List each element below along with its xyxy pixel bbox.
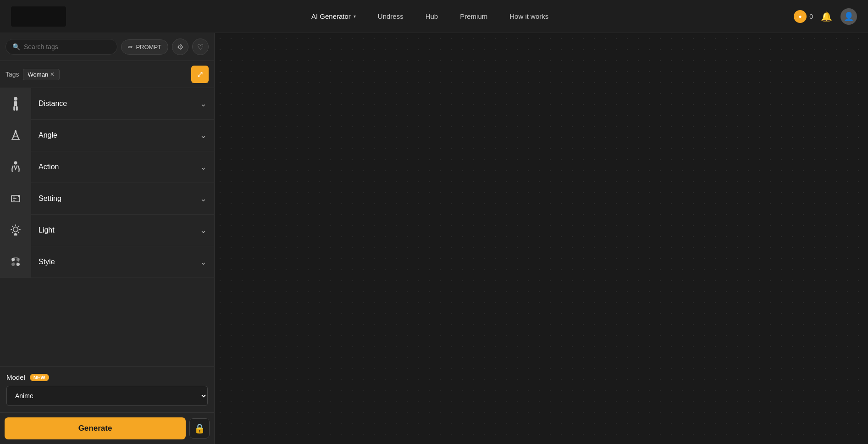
svg-point-9 — [13, 227, 18, 232]
tag-chip-woman: Woman ✕ — [23, 69, 60, 80]
nav-undress[interactable]: Undress — [369, 9, 413, 24]
model-section: Model NEW Anime — [0, 366, 214, 412]
svg-rect-18 — [14, 233, 17, 235]
settings-button[interactable]: ⚙ — [172, 39, 188, 55]
category-style-label: Style — [31, 258, 200, 266]
notification-bell-icon[interactable]: 🔔 — [820, 10, 833, 23]
svg-point-19 — [11, 258, 15, 261]
coin-balance[interactable]: ● 0 — [794, 10, 813, 23]
category-light-label: Light — [31, 226, 200, 234]
nav-ai-generator-label: AI Generator — [311, 12, 351, 20]
header: AI Generator ▾ Undress Hub Premium How i… — [0, 0, 868, 33]
nav-hub-label: Hub — [426, 12, 438, 20]
tags-row: Tags Woman ✕ ⤢ — [0, 61, 214, 88]
heart-icon: ♡ — [197, 43, 204, 51]
chevron-down-icon: ⌄ — [200, 162, 214, 172]
header-right: ● 0 🔔 👤 — [794, 8, 857, 25]
generate-button[interactable]: Generate — [5, 417, 186, 439]
nav-premium[interactable]: Premium — [451, 9, 497, 24]
person-icon — [8, 96, 23, 111]
light-icon — [8, 223, 23, 238]
action-icon — [8, 160, 23, 174]
category-setting[interactable]: Setting ⌄ — [0, 183, 214, 215]
svg-point-8 — [18, 195, 20, 197]
category-list: Distance ⌄ Angle ⌄ — [0, 88, 214, 366]
sidebar: 🔍 ✏ PROMPT ⚙ ♡ Tags Woman ✕ ⤢ — [0, 33, 215, 444]
lock-button[interactable]: 🔒 — [189, 418, 210, 438]
category-action[interactable]: Action ⌄ — [0, 151, 214, 183]
main-nav: AI Generator ▾ Undress Hub Premium How i… — [302, 9, 558, 24]
category-setting-label: Setting — [31, 194, 200, 203]
nav-how-it-works[interactable]: How it works — [500, 9, 558, 24]
avatar[interactable]: 👤 — [840, 8, 857, 25]
category-angle-icon-wrap — [0, 120, 31, 151]
chevron-down-icon: ▾ — [354, 14, 356, 19]
nav-premium-label: Premium — [460, 12, 487, 20]
chevron-down-icon: ⌄ — [200, 99, 214, 109]
model-select[interactable]: Anime — [6, 386, 208, 406]
category-distance-icon-wrap — [0, 88, 31, 119]
tags-label: Tags — [6, 71, 19, 78]
chevron-down-icon: ⌄ — [200, 257, 214, 267]
tag-chip-label: Woman — [28, 71, 49, 78]
nav-undress-label: Undress — [378, 12, 404, 20]
pencil-icon: ✏ — [128, 44, 133, 50]
category-light-icon-wrap — [0, 215, 31, 246]
chevron-down-icon: ⌄ — [200, 225, 214, 235]
search-bar: 🔍 ✏ PROMPT ⚙ ♡ — [0, 33, 214, 61]
svg-point-0 — [14, 97, 17, 101]
gear-icon: ⚙ — [177, 43, 183, 51]
nav-hub[interactable]: Hub — [416, 9, 448, 24]
svg-line-14 — [12, 226, 13, 227]
svg-point-6 — [14, 161, 17, 165]
svg-line-15 — [18, 232, 19, 233]
generate-label: Generate — [78, 424, 112, 433]
style-icon — [8, 255, 23, 269]
model-header: Model NEW — [6, 373, 208, 381]
search-input[interactable] — [24, 43, 111, 50]
svg-point-20 — [17, 258, 20, 261]
lock-icon: 🔒 — [194, 423, 205, 434]
expand-button[interactable]: ⤢ — [191, 66, 209, 83]
tag-remove-button[interactable]: ✕ — [50, 72, 55, 77]
nav-how-it-works-label: How it works — [509, 12, 548, 20]
category-action-label: Action — [31, 163, 200, 171]
generate-row: Generate 🔒 — [0, 412, 214, 444]
prompt-button[interactable]: ✏ PROMPT — [121, 39, 168, 55]
category-distance[interactable]: Distance ⌄ — [0, 88, 214, 120]
svg-rect-1 — [14, 101, 17, 106]
category-setting-icon-wrap — [0, 183, 31, 214]
search-icon: 🔍 — [12, 43, 20, 50]
category-action-icon-wrap — [0, 151, 31, 183]
category-angle-label: Angle — [31, 131, 200, 139]
coin-count: 0 — [809, 13, 813, 20]
category-light[interactable]: Light ⌄ — [0, 215, 214, 246]
svg-line-17 — [12, 232, 13, 233]
chevron-down-icon: ⌄ — [200, 194, 214, 204]
expand-icon: ⤢ — [197, 69, 204, 79]
category-style[interactable]: Style ⌄ — [0, 246, 214, 278]
new-badge: NEW — [30, 374, 49, 381]
favorite-button[interactable]: ♡ — [192, 39, 209, 55]
svg-line-16 — [18, 226, 19, 227]
chevron-down-icon: ⌄ — [200, 130, 214, 140]
main-layout: 🔍 ✏ PROMPT ⚙ ♡ Tags Woman ✕ ⤢ — [0, 33, 868, 444]
nav-ai-generator[interactable]: AI Generator ▾ — [302, 9, 365, 24]
svg-rect-2 — [13, 106, 15, 111]
model-label: Model — [6, 373, 25, 381]
prompt-label: PROMPT — [136, 44, 161, 50]
search-input-wrapper[interactable]: 🔍 — [6, 39, 117, 55]
setting-icon — [8, 191, 23, 206]
canvas-area — [215, 33, 868, 444]
angle-icon — [8, 128, 23, 143]
category-distance-label: Distance — [31, 100, 200, 108]
logo[interactable] — [11, 6, 66, 27]
svg-rect-3 — [16, 106, 18, 111]
category-angle[interactable]: Angle ⌄ — [0, 120, 214, 151]
svg-point-4 — [15, 130, 17, 132]
coin-icon: ● — [794, 10, 807, 23]
category-style-icon-wrap — [0, 246, 31, 278]
